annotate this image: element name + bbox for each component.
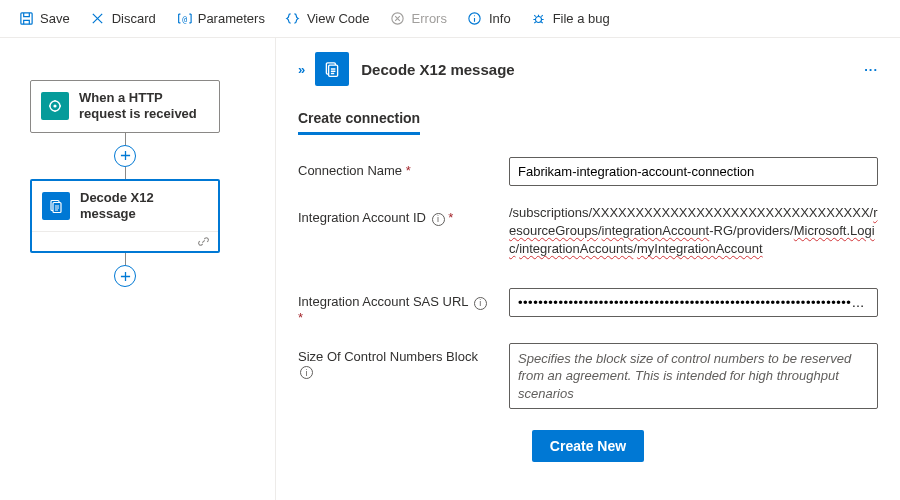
action-node-label: Decode X12 message [80,190,208,223]
action-node[interactable]: Decode X12 message [30,179,220,254]
integration-account-id-label: Integration Account ID i * [298,204,493,226]
add-step-button-2[interactable] [114,265,136,287]
errors-icon [390,11,406,27]
svg-point-7 [53,105,56,108]
panel-action-icon [315,52,349,86]
svg-rect-0 [20,13,31,24]
collapse-panel-button[interactable]: » [298,62,303,77]
connection-name-label: Connection Name * [298,157,493,178]
link-icon [197,235,210,248]
info-icon[interactable]: i [432,213,445,226]
info-icon[interactable]: i [474,297,487,310]
details-panel: » Decode X12 message ··· Create connecti… [275,38,900,500]
connector-1 [30,133,220,179]
trigger-node[interactable]: When a HTTP request is received [30,80,220,133]
discard-icon [90,11,106,27]
code-icon [285,11,301,27]
trigger-node-label: When a HTTP request is received [79,90,209,123]
svg-text:@: @ [182,15,187,24]
panel-title: Decode X12 message [361,61,514,78]
info-button[interactable]: Info [459,7,519,31]
info-icon [467,11,483,27]
sas-url-label: Integration Account SAS URL i* [298,288,493,325]
parameters-label: Parameters [198,11,265,26]
integration-account-id-input[interactable]: /subscriptions/XXXXXXXXXXXXXXXXXXXXXXXXX… [509,204,878,270]
info-icon[interactable]: i [300,366,313,379]
discard-button[interactable]: Discard [82,7,164,31]
info-label: Info [489,11,511,26]
discard-label: Discard [112,11,156,26]
svg-point-5 [536,16,542,22]
add-step-button[interactable] [114,145,136,167]
connector-2 [30,253,220,287]
file-bug-label: File a bug [553,11,610,26]
errors-label: Errors [412,11,447,26]
save-icon [18,11,34,27]
x12-action-icon [42,192,70,220]
bug-icon [531,11,547,27]
section-tab: Create connection [298,110,420,135]
http-trigger-icon [41,92,69,120]
view-code-button[interactable]: View Code [277,7,378,31]
connection-name-input[interactable] [509,157,878,186]
toolbar: Save Discard @ Parameters View Code Erro… [0,0,900,38]
parameters-button[interactable]: @ Parameters [168,7,273,31]
errors-button: Errors [382,7,455,31]
svg-point-4 [474,15,475,16]
panel-more-button[interactable]: ··· [864,62,878,77]
view-code-label: View Code [307,11,370,26]
save-label: Save [40,11,70,26]
file-bug-button[interactable]: File a bug [523,7,618,31]
create-new-button[interactable]: Create New [532,430,644,462]
block-size-input[interactable] [509,343,878,410]
sas-url-input[interactable] [509,288,878,317]
save-button[interactable]: Save [10,7,78,31]
parameters-icon: @ [176,11,192,27]
block-size-label: Size Of Control Numbers Block i [298,343,493,380]
workflow-canvas[interactable]: When a HTTP request is received Decode X… [0,38,275,500]
